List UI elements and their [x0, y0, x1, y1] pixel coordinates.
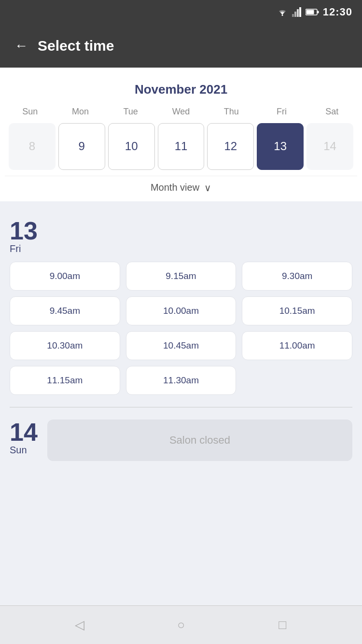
page-title: Select time — [38, 38, 114, 54]
svg-rect-1 — [292, 14, 294, 17]
time-slot-1115am[interactable]: 11.15am — [10, 366, 120, 395]
day-11[interactable]: 11 — [158, 123, 205, 170]
recent-nav-button[interactable]: □ — [273, 616, 292, 635]
day-header-mon: Mon — [55, 104, 105, 119]
svg-rect-4 — [299, 7, 301, 17]
bottom-nav: ◁ ○ □ — [0, 605, 362, 644]
time-slot-1000am[interactable]: 10.00am — [126, 296, 237, 325]
app-header: ← Select time — [0, 24, 362, 68]
time-grid-13: 9.00am 9.15am 9.30am 9.45am 10.00am 10.1… — [10, 262, 352, 395]
day-12[interactable]: 12 — [207, 123, 254, 170]
day-header-sun: Sun — [5, 104, 55, 119]
day-divider — [10, 407, 352, 407]
svg-rect-3 — [297, 9, 299, 17]
time-slot-1045am[interactable]: 10.45am — [126, 331, 237, 360]
wifi-icon — [277, 8, 288, 16]
day-header-sat: Sat — [307, 104, 357, 119]
day-13-number: 13 — [10, 218, 38, 243]
chevron-down-icon: ∨ — [204, 182, 211, 194]
svg-rect-2 — [294, 12, 296, 17]
svg-rect-6 — [306, 10, 314, 14]
week-days: 8 9 10 11 12 13 14 — [5, 123, 357, 176]
day-13[interactable]: 13 — [257, 123, 304, 170]
day-14[interactable]: 14 — [306, 123, 353, 170]
day-13-name: Fri — [10, 243, 21, 254]
time-slot-900am[interactable]: 9.00am — [10, 262, 120, 291]
time-slot-1130am[interactable]: 11.30am — [126, 366, 237, 395]
time-slot-915am[interactable]: 9.15am — [126, 262, 237, 291]
month-view-label: Month view — [151, 182, 199, 193]
day-header-thu: Thu — [206, 104, 256, 119]
time-slot-1015am[interactable]: 10.15am — [242, 296, 352, 325]
day-14-label: 14 Sun — [10, 420, 38, 456]
day-13-label: 13 Fri — [10, 218, 352, 254]
status-time: 12:30 — [323, 6, 352, 18]
calendar-section: November 2021 Sun Mon Tue Wed Thu Fri Sa… — [0, 68, 362, 201]
slots-section: 13 Fri 9.00am 9.15am 9.30am 9.45am 10.00… — [0, 201, 362, 605]
home-nav-button[interactable]: ○ — [171, 616, 191, 635]
month-view-toggle[interactable]: Month view ∨ — [5, 176, 357, 201]
status-icons — [277, 7, 319, 17]
day-13-slots: 13 Fri 9.00am 9.15am 9.30am 9.45am 10.00… — [0, 211, 362, 402]
day-10[interactable]: 10 — [108, 123, 155, 170]
day-14-number: 14 — [10, 420, 38, 445]
time-slot-1100am[interactable]: 11.00am — [242, 331, 352, 360]
time-slot-1030am[interactable]: 10.30am — [10, 331, 120, 360]
status-bar: 12:30 — [0, 0, 362, 24]
month-title: November 2021 — [5, 77, 357, 104]
day-8[interactable]: 8 — [9, 123, 56, 170]
svg-rect-7 — [317, 11, 319, 14]
day-headers: Sun Mon Tue Wed Thu Fri Sat — [5, 104, 357, 119]
day-header-tue: Tue — [106, 104, 156, 119]
signal-icon — [292, 7, 302, 17]
day-header-wed: Wed — [156, 104, 206, 119]
day-header-fri: Fri — [256, 104, 306, 119]
day-14-name: Sun — [10, 445, 27, 456]
day-14-closed: 14 Sun Salon closed — [0, 412, 362, 470]
time-slot-930am[interactable]: 9.30am — [242, 262, 352, 291]
back-nav-button[interactable]: ◁ — [70, 616, 89, 635]
back-button[interactable]: ← — [14, 38, 28, 54]
day-9[interactable]: 9 — [58, 123, 105, 170]
time-slot-945am[interactable]: 9.45am — [10, 296, 120, 325]
battery-icon — [306, 8, 319, 16]
salon-closed-message: Salon closed — [47, 420, 352, 461]
svg-point-0 — [281, 14, 283, 16]
